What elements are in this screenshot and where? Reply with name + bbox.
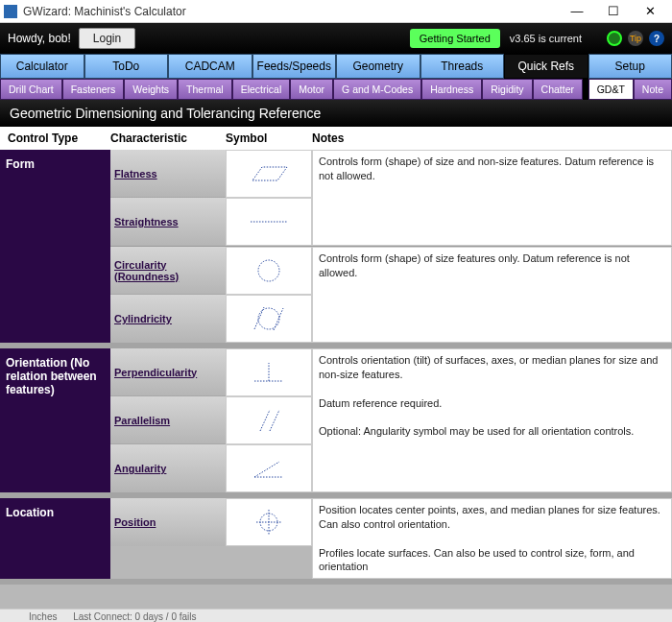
tab-main-quick-refs[interactable]: Quick Refs — [504, 54, 588, 79]
characteristic-link[interactable]: Parallelism — [114, 415, 170, 426]
tab-sub-drill-chart[interactable]: Drill Chart — [0, 79, 62, 100]
characteristic-cell: Parallelism — [110, 396, 226, 444]
characteristic-link[interactable]: Perpendicularity — [114, 367, 197, 378]
status-bar: Inches Last Connect: 0 days / 0 fails — [0, 609, 672, 622]
tab-sub-chatter[interactable]: Chatter — [533, 79, 583, 100]
col-symbol: Symbol — [226, 132, 312, 145]
tab-sub-weights[interactable]: Weights — [124, 79, 178, 100]
characteristic-cell: Perpendicularity — [110, 348, 226, 396]
col-notes: Notes — [312, 132, 672, 145]
minimize-button[interactable]: — — [559, 1, 595, 22]
tab-main-geometry[interactable]: Geometry — [336, 54, 420, 79]
flatness-symbol-icon — [226, 150, 312, 198]
tab-sub-rigidity[interactable]: Rigidity — [482, 79, 532, 100]
group-label: Location — [0, 498, 110, 579]
characteristic-link[interactable]: Flatness — [114, 168, 157, 179]
getting-started-button[interactable]: Getting Started — [410, 29, 500, 48]
group: FormFlatnessStraightnessControls form (s… — [0, 150, 672, 348]
app-icon — [4, 5, 17, 18]
characteristic-link[interactable]: Circularity (Roundness) — [114, 259, 222, 282]
col-control-type: Control Type — [0, 132, 110, 145]
sync-icon[interactable] — [607, 31, 622, 46]
tab-sub-motor[interactable]: Motor — [290, 79, 333, 100]
top-strip: Howdy, bob! Login Getting Started v3.65 … — [0, 23, 672, 54]
titlebar: GWizard: Machinist's Calculator — ☐ ✕ — [0, 0, 672, 23]
tip-icon[interactable]: Tip — [628, 31, 643, 46]
help-icon[interactable]: ? — [649, 31, 664, 46]
status-connect: Last Connect: 0 days / 0 fails — [73, 611, 196, 622]
characteristic-cell: Cylindricity — [110, 295, 226, 343]
group-label: Orientation (No relation between feature… — [0, 348, 110, 492]
characteristic-link[interactable]: Angularity — [114, 463, 166, 474]
maximize-button[interactable]: ☐ — [595, 1, 632, 22]
group: LocationPositionPosition locates center … — [0, 498, 672, 585]
tab-main-cadcam[interactable]: CADCAM — [168, 54, 252, 79]
characteristic-cell: Position — [110, 498, 226, 546]
straightness-symbol-icon — [226, 198, 312, 246]
note-cell: Controls form (shape) of size features o… — [312, 247, 672, 343]
tab-sub-electrical[interactable]: Electrical — [232, 79, 291, 100]
tab-sub-thermal[interactable]: Thermal — [178, 79, 232, 100]
characteristic-cell: Straightness — [110, 198, 226, 246]
characteristic-cell: Angularity — [110, 444, 226, 492]
characteristic-link[interactable]: Straightness — [114, 216, 179, 227]
svg-point-0 — [258, 260, 279, 281]
characteristic-cell: Circularity (Roundness) — [110, 247, 226, 295]
tab-main-feeds-speeds[interactable]: Feeds/Speeds — [252, 54, 337, 79]
main-tabs: CalculatorToDoCADCAMFeeds/SpeedsGeometry… — [0, 54, 672, 79]
angularity-symbol-icon — [226, 444, 312, 492]
position-symbol-icon — [226, 498, 312, 546]
version-text: v3.65 is current — [510, 33, 582, 44]
parallelism-symbol-icon — [226, 396, 312, 444]
content-area[interactable]: FormFlatnessStraightnessControls form (s… — [0, 150, 672, 609]
tab-main-setup[interactable]: Setup — [588, 54, 673, 79]
greeting-text: Howdy, bob! — [8, 32, 71, 45]
tab-main-todo[interactable]: ToDo — [84, 54, 169, 79]
close-button[interactable]: ✕ — [632, 1, 668, 22]
svg-point-1 — [258, 308, 279, 329]
sub-tabs: Drill ChartFastenersWeightsThermalElectr… — [0, 79, 672, 100]
cylindricity-symbol-icon — [226, 295, 312, 343]
tab-sub-gd-t[interactable]: GD&T — [588, 79, 634, 100]
perpendicularity-symbol-icon — [226, 348, 312, 396]
characteristic-link[interactable]: Position — [114, 516, 156, 528]
note-cell: Controls form (shape) of size and non-si… — [312, 150, 672, 246]
tab-sub-g-and-m-codes[interactable]: G and M-Codes — [333, 79, 421, 100]
status-units: Inches — [29, 611, 57, 622]
note-cell: Controls orientation (tilt) of surfaces,… — [312, 348, 672, 492]
tab-main-threads[interactable]: Threads — [420, 54, 505, 79]
col-characteristic: Characteristic — [110, 132, 226, 145]
note-cell: Position locates center points, axes, an… — [312, 498, 672, 579]
window-title: GWizard: Machinist's Calculator — [23, 5, 559, 18]
login-button[interactable]: Login — [79, 28, 135, 49]
group: Orientation (No relation between feature… — [0, 348, 672, 498]
tab-sub-note[interactable]: Note — [634, 79, 672, 100]
section-title: Geometric Dimensioning and Tolerancing R… — [0, 100, 672, 127]
group-label: Form — [0, 150, 110, 343]
column-headers: Control Type Characteristic Symbol Notes — [0, 127, 672, 150]
tab-sub-hardness[interactable]: Hardness — [421, 79, 482, 100]
tab-sub-fasteners[interactable]: Fasteners — [62, 79, 125, 100]
characteristic-link[interactable]: Cylindricity — [114, 313, 172, 324]
tab-main-calculator[interactable]: Calculator — [0, 54, 84, 79]
characteristic-cell: Flatness — [110, 150, 226, 198]
circularity-symbol-icon — [226, 247, 312, 295]
